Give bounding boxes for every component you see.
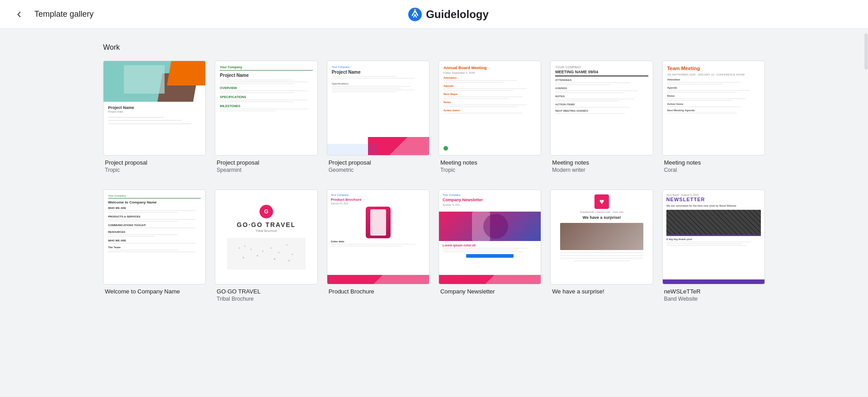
template-preview-welcome: Your Company Welcome to Company Name WHO… (103, 189, 206, 284)
nl-company: Your Company (443, 194, 537, 196)
proj-date: Project Date (108, 110, 201, 113)
sp-line-4 (574, 260, 629, 261)
br-line-2 (331, 246, 402, 246)
template-card-project-geometric[interactable]: Your Company Project Name Specifications (327, 61, 429, 175)
mc-agenda: Agenda (667, 86, 760, 89)
scrollbar-thumb[interactable] (864, 33, 868, 70)
template-card-meeting-coral[interactable]: Team Meeting ON SEPTEMBER 2020 · JANUARY… (662, 61, 765, 175)
spm-line-3 (220, 83, 294, 84)
mm-company: YOUR COMPANY (555, 66, 648, 69)
template-card-surprise[interactable]: ♥ ProviderInfo | Device Info · User Info… (550, 189, 653, 304)
brand-logo: Guidelology (408, 7, 489, 22)
mc-line-3 (667, 90, 751, 91)
nl-date: Summer Hi, 2021 (443, 203, 537, 206)
spm-line-6 (220, 99, 308, 100)
template-name-project-tropic: Project proposal (105, 159, 204, 166)
nl-text: Lorem ipsum color sit (439, 241, 541, 260)
mt-line-2 (443, 82, 504, 83)
template-info-travel: GO·GO TRAVEL Tribal Brochure (215, 284, 317, 304)
spm-line-4 (220, 90, 308, 91)
band-img-texture (666, 210, 761, 236)
spm-line-2 (220, 81, 308, 82)
mt-line-7 (443, 104, 527, 105)
mt-action-items: Action Items (443, 109, 536, 112)
template-card-brochure[interactable]: Your Company Product Brochure Summer Hi,… (327, 189, 429, 304)
template-card-band[interactable]: Your Band · August 6, 2021 NEWSLETTER We… (662, 189, 765, 304)
template-info-band: neWSLeTTeR Band Website (662, 284, 765, 304)
template-preview-meeting-modern: YOUR COMPANY MEETING NAME 09/04 ATTENDEE… (550, 61, 653, 156)
geo-line-6 (332, 91, 397, 92)
template-name-meeting-modern: Meeting notes (552, 159, 651, 166)
band-footer (663, 279, 764, 284)
template-card-newsletter[interactable]: Your Company Company Newsletter Summer H… (439, 189, 541, 304)
nl-bottom-accent (439, 275, 541, 284)
mm-attendees: ATTENDEES (555, 79, 648, 81)
brand-name-text: Guidelology (426, 8, 489, 21)
wc-line-3 (108, 219, 196, 220)
mm-line-6 (555, 100, 620, 101)
template-card-welcome[interactable]: Your Company Welcome to Company Name WHO… (103, 189, 206, 304)
mc-date: ON SEPTEMBER 2020 · JANUARY 10 · CONFERE… (667, 73, 760, 76)
br-date: Summer Hi, 2021 (331, 202, 425, 205)
mt-line-6 (443, 98, 509, 99)
map-dot-5 (270, 247, 272, 249)
template-preview-meeting-coral: Team Meeting ON SEPTEMBER 2020 · JANUARY… (662, 61, 765, 156)
template-card-travel[interactable]: G GO·GO TRAVEL Tribal Brochure (215, 189, 317, 304)
colorblock-orange (167, 61, 205, 85)
spm-line-7 (220, 101, 294, 102)
wc-line-4 (108, 221, 178, 222)
mt-green-dot (443, 146, 448, 151)
geo-line-3 (332, 86, 411, 87)
map-dot-7 (286, 244, 288, 246)
proj-title: Project Name (108, 105, 201, 110)
mt-line-3 (443, 88, 527, 89)
geo-line-2 (332, 78, 415, 79)
template-grid-row2: Your Company Welcome to Company Name WHO… (103, 189, 765, 304)
mt-notes: Notes (443, 101, 536, 104)
template-info-welcome: Welcome to Company Name (103, 284, 206, 297)
mt-title: Annual Board Meeting (443, 66, 536, 70)
template-name-project-spearmint: Project proposal (217, 159, 316, 166)
nl-top: Your Company Company Newsletter Summer H… (439, 190, 541, 212)
spm-line-8 (220, 109, 308, 109)
template-card-meeting-modern[interactable]: YOUR COMPANY MEETING NAME 09/04 ATTENDEE… (550, 61, 653, 175)
band-newsletter-title: NEWSLETTER (666, 197, 761, 202)
template-info-brochure: Product Brochure (327, 284, 429, 297)
br-phone-container (331, 207, 425, 238)
br-bottom-accent (327, 275, 429, 284)
band-guitar-image (666, 210, 761, 236)
mm-notes: NOTES (555, 95, 648, 98)
mt-date: Friday September 4, 2020 (443, 71, 536, 74)
template-name-travel: GO·GO TRAVEL (217, 288, 316, 295)
back-button[interactable] (11, 6, 27, 23)
spm-title: Project Name (220, 73, 312, 78)
wc-who2: WHO WE ARE (108, 239, 201, 242)
template-preview-project-spearmint: Your Company Project Name OVERVIEW SPECI… (215, 61, 317, 156)
br-color-dots-label: Color dots (331, 240, 425, 243)
nl-device (483, 214, 508, 239)
template-subname-project-geometric: Geometric (329, 167, 428, 173)
template-card-project-spearmint[interactable]: Your Company Project Name OVERVIEW SPECI… (215, 61, 317, 175)
mt-agenda: Agenda (443, 85, 536, 87)
spm-line-1 (220, 80, 294, 80)
map-dot-2 (244, 246, 245, 247)
band-img-border (666, 235, 761, 236)
band-top-info: Your Band · August 6, 2021 (666, 194, 761, 196)
brand-icon (408, 7, 422, 22)
mt-line-8 (443, 106, 518, 107)
wc-line-10 (108, 251, 196, 252)
template-preview-meeting-tropic: Annual Board Meeting Friday September 4,… (439, 61, 541, 156)
br-phone-img (366, 207, 391, 238)
nl-section-title: Lorem ipsum color sit (443, 244, 537, 247)
scrollbar[interactable] (864, 29, 868, 397)
wc-line-8 (108, 243, 196, 244)
template-card-project-tropic[interactable]: Project Name Project Date Project propos… (103, 61, 206, 175)
colorblock-container (104, 61, 205, 102)
template-card-meeting-tropic[interactable]: Annual Board Meeting Friday September 4,… (439, 61, 541, 175)
mt-line-5 (443, 96, 523, 97)
band-thanks-label: A big big thank you! (666, 238, 761, 241)
spm-section-overview: OVERVIEW (220, 86, 312, 90)
geo-company: Your Company (332, 66, 425, 68)
geo-top: Your Company Project Name Specifications (327, 61, 429, 98)
template-subname-meeting-tropic: Tropic (440, 167, 539, 173)
